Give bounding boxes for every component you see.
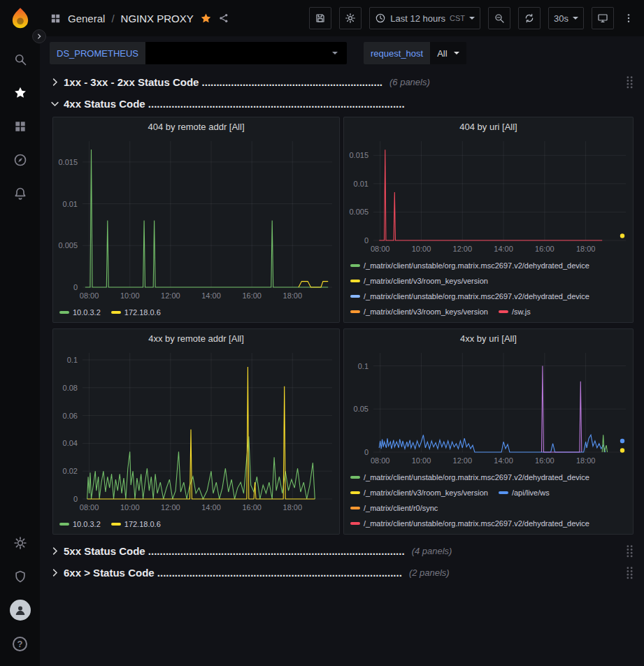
svg-text:12:00: 12:00	[453, 245, 473, 253]
help-icon: ?	[13, 637, 27, 651]
breadcrumb-separator: /	[111, 13, 114, 24]
dashboard-settings-button[interactable]	[339, 7, 362, 29]
drag-handle-icon[interactable]	[625, 544, 634, 558]
sidebar-expand-button[interactable]	[32, 29, 46, 43]
favorite-star-icon[interactable]	[200, 13, 212, 24]
legend-item[interactable]: /_matrix/client/unstable/org.matrix.msc2…	[350, 470, 589, 485]
legend-item[interactable]: 10.0.3.2	[59, 516, 101, 532]
compass-icon	[13, 153, 27, 167]
gear-icon	[345, 13, 356, 24]
gear-icon	[13, 536, 27, 550]
panel-title[interactable]: 4xx by uri [All]	[344, 329, 633, 347]
chart-404-by-uri[interactable]: 08:0010:0012:0014:0016:0018:0000.0050.01…	[344, 136, 633, 256]
legend-item[interactable]: /_matrix/client/unstable/org.matrix.msc2…	[350, 258, 589, 273]
save-icon	[315, 13, 326, 24]
sidebar-item-help[interactable]: ?	[0, 627, 40, 660]
legend-item[interactable]: 10.0.3.2	[59, 305, 101, 320]
chevron-down-icon	[469, 17, 475, 20]
ds-prometheus-label[interactable]: DS_PROMETHEUS	[50, 42, 145, 64]
dashboard-title[interactable]: NGINX PROXY	[121, 13, 194, 24]
svg-text:14:00: 14:00	[494, 245, 513, 253]
svg-text:0.01: 0.01	[354, 180, 368, 188]
drag-handle-icon[interactable]	[625, 566, 634, 579]
legend-swatch	[350, 476, 360, 479]
refresh-interval-select[interactable]: 30s	[548, 7, 584, 29]
panel-title[interactable]: 404 by uri [All]	[344, 117, 633, 136]
legend: 10.0.3.2172.18.0.6	[53, 303, 339, 322]
refresh-button[interactable]	[518, 7, 541, 29]
legend-item[interactable]: /_matrix/client/v3/room_keys/version	[350, 304, 488, 319]
legend-label: 10.0.3.2	[73, 520, 101, 528]
breadcrumb-section[interactable]: General	[68, 13, 105, 24]
legend-item[interactable]: 172.18.0.6	[111, 516, 161, 532]
shield-icon	[13, 570, 27, 584]
legend: 10.0.3.2172.18.0.6	[53, 514, 339, 534]
kebab-menu-button[interactable]	[622, 7, 636, 29]
chart-4xx-by-remote-addr[interactable]: 08:0010:0012:0014:0016:0018:0000.020.040…	[53, 347, 339, 514]
sidebar-item-configuration[interactable]	[0, 526, 40, 560]
svg-text:0.05: 0.05	[354, 405, 368, 413]
sidebar-item-search[interactable]	[0, 43, 40, 76]
dashboard-content: DS_PROMETHEUS request_host All 1xx - 3xx…	[40, 36, 644, 666]
chart-404-by-remote-addr[interactable]: 08:0010:0012:0014:0016:0018:0000.0050.01…	[53, 136, 339, 303]
legend-item[interactable]: /sw.js	[499, 304, 531, 319]
legend-label: /_matrix/client/r0/sync	[364, 504, 438, 512]
legend-label: /_matrix/client/v3/room_keys/version	[364, 488, 488, 497]
sidebar-item-server-admin[interactable]	[0, 560, 40, 593]
legend-item[interactable]: 172.18.0.6	[111, 305, 161, 320]
row-header-5xx[interactable]: 5xx Status Code ........................…	[50, 542, 634, 560]
legend-item[interactable]: /_matrix/client/unstable/org.matrix.msc2…	[350, 516, 589, 531]
zoom-out-button[interactable]	[488, 7, 510, 29]
request-host-select[interactable]: All	[430, 42, 466, 64]
sidebar-item-alerting[interactable]	[0, 177, 40, 210]
legend-item[interactable]: /_matrix/client/v3/room_keys/version	[350, 485, 488, 500]
refresh-interval-label: 30s	[554, 13, 568, 24]
legend-item[interactable]: /_matrix/client/v3/room_keys/version	[350, 273, 488, 289]
legend-swatch	[350, 491, 360, 494]
row-title: 5xx Status Code ........................…	[64, 545, 405, 557]
legend-label: /_matrix/client/unstable/org.matrix.msc2…	[364, 519, 589, 528]
legend: /_matrix/client/unstable/org.matrix.msc2…	[344, 256, 633, 322]
svg-text:16:00: 16:00	[535, 456, 554, 465]
grafana-logo[interactable]	[8, 6, 32, 30]
row-header-6xx[interactable]: 6xx > Status Code ......................…	[50, 563, 634, 582]
svg-text:0: 0	[364, 448, 368, 456]
drag-handle-icon[interactable]	[625, 75, 634, 89]
legend-item[interactable]: /api/live/ws	[499, 485, 550, 500]
tv-mode-button[interactable]	[592, 7, 614, 29]
time-range-picker[interactable]: Last 12 hours CST	[369, 7, 480, 29]
panel-title[interactable]: 4xx by remote addr [All]	[53, 329, 339, 347]
ds-prometheus-select[interactable]	[145, 42, 347, 64]
chevron-right-icon	[50, 567, 60, 578]
row-panel-count: (2 panels)	[409, 567, 450, 578]
legend-swatch	[111, 311, 121, 314]
chart-4xx-by-uri[interactable]: 08:0010:0012:0014:0016:0018:0000.050.1	[344, 347, 633, 468]
sidebar-item-starred[interactable]	[0, 76, 40, 110]
row-title: 6xx > Status Code ......................…	[64, 567, 402, 579]
grafana-flame-icon	[8, 6, 32, 30]
panel-title[interactable]: 404 by remote addr [All]	[53, 117, 339, 136]
row-header-1xx-2xx-3xx[interactable]: 1xx - 3xx - 2xx Status Code ............…	[50, 73, 634, 92]
svg-text:12:00: 12:00	[453, 456, 473, 465]
row-panel-count: (6 panels)	[389, 77, 430, 87]
legend-swatch	[59, 311, 69, 314]
share-icon[interactable]	[218, 13, 229, 24]
legend-label: /_matrix/client/v3/room_keys/version	[364, 277, 488, 285]
sidebar-item-dashboards[interactable]	[0, 110, 40, 143]
legend-swatch	[350, 522, 360, 525]
svg-text:18:00: 18:00	[576, 456, 596, 465]
save-dashboard-button[interactable]	[309, 7, 331, 29]
sidebar-item-explore[interactable]	[0, 143, 40, 177]
row-header-4xx[interactable]: 4xx Status Code ........................…	[50, 94, 634, 113]
request-host-label[interactable]: request_host	[364, 42, 430, 64]
row-title: 1xx - 3xx - 2xx Status Code ............…	[64, 76, 382, 88]
legend-item[interactable]: /_matrix/client/r0/sync	[350, 500, 438, 516]
svg-text:10:00: 10:00	[412, 456, 431, 465]
sidebar-item-profile[interactable]	[0, 593, 40, 627]
monitor-icon	[597, 13, 608, 24]
legend-swatch	[350, 310, 360, 313]
svg-text:0.08: 0.08	[63, 384, 78, 392]
legend-item[interactable]: /_matrix/client/unstable/org.matrix.msc2…	[350, 289, 589, 304]
dashboards-grid-icon	[13, 120, 27, 133]
chevron-right-icon	[50, 77, 60, 87]
